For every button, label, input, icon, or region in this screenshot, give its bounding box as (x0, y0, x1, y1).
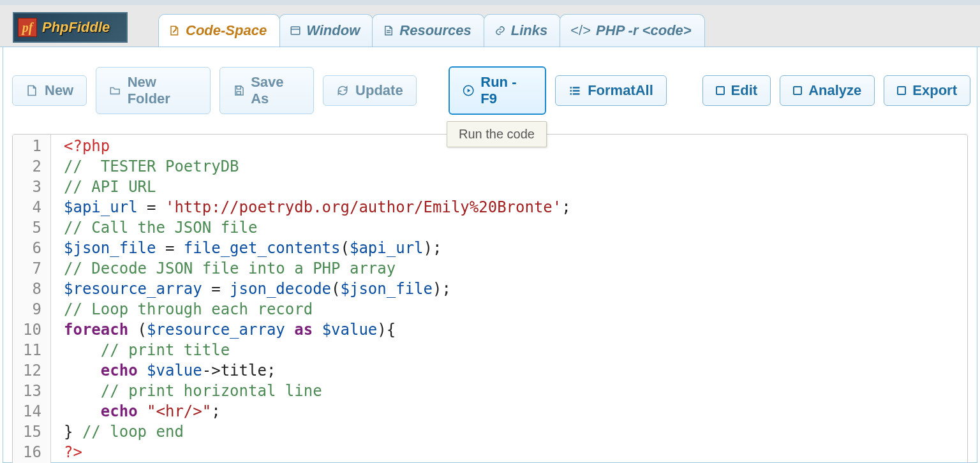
window-icon (290, 25, 301, 36)
svg-rect-11 (573, 90, 580, 92)
logo-text: PhpFiddle (42, 19, 110, 36)
tab-code-space[interactable]: Code-Space (158, 14, 280, 47)
link-icon (494, 25, 506, 36)
svg-rect-13 (573, 93, 580, 95)
folder-icon (109, 84, 121, 97)
button-label: Analyze (808, 82, 861, 99)
square-icon (793, 86, 802, 95)
analyze-button[interactable]: Analyze (780, 75, 875, 106)
button-label: Export (912, 82, 957, 99)
tab-window[interactable]: Window (279, 14, 373, 47)
format-all-button[interactable]: FormatAll (555, 75, 667, 106)
svg-rect-12 (570, 93, 572, 95)
new-button[interactable]: New (12, 75, 87, 106)
tab-resources[interactable]: Resources (372, 14, 485, 47)
export-button[interactable]: Export (884, 75, 970, 106)
button-label: Edit (731, 82, 758, 99)
line-gutter: 12345678910111213141516 (13, 135, 51, 463)
svg-rect-0 (291, 27, 300, 34)
code-content[interactable]: <?php// TESTER PoetryDB// API URL$api_ur… (51, 135, 571, 463)
button-label: Save As (251, 74, 301, 107)
save-as-button[interactable]: Save As (219, 67, 314, 114)
square-icon (897, 86, 906, 95)
tab-php-r[interactable]: </> PHP -r <code> (560, 14, 704, 47)
refresh-icon (336, 84, 349, 97)
button-label: Update (355, 82, 403, 99)
run-button[interactable]: Run - F9 (449, 66, 546, 115)
tab-label: Window (306, 22, 360, 39)
code-editor[interactable]: 12345678910111213141516 <?php// TESTER P… (12, 134, 968, 463)
run-tooltip: Run the code (447, 121, 547, 147)
code-brackets-icon: </> (570, 22, 591, 39)
tabs: Code-Space Window Resources Links </> PH… (158, 5, 704, 47)
button-label: FormatAll (588, 82, 653, 99)
tab-label: Resources (399, 22, 471, 39)
svg-rect-9 (573, 87, 580, 89)
header: pf PhpFiddle Code-Space Window Resources… (0, 5, 980, 47)
file-icon (26, 84, 38, 97)
svg-rect-8 (570, 87, 572, 89)
play-circle-icon (463, 84, 474, 97)
tab-label: Links (511, 22, 547, 39)
logo-badge-icon: pf (18, 18, 37, 37)
edit-button[interactable]: Edit (702, 75, 771, 106)
new-folder-button[interactable]: New Folder (96, 67, 211, 114)
svg-rect-5 (237, 92, 241, 95)
logo[interactable]: pf PhpFiddle (13, 12, 128, 43)
main-area: New New Folder Save As Update Run - F9 F… (3, 47, 977, 463)
file-lines-icon (383, 25, 394, 36)
square-icon (716, 86, 725, 95)
update-button[interactable]: Update (323, 75, 417, 106)
svg-rect-4 (237, 86, 241, 89)
svg-rect-10 (570, 90, 572, 92)
list-icon (568, 84, 581, 97)
button-label: Run - F9 (480, 74, 532, 107)
save-icon (233, 84, 244, 97)
button-label: New (45, 82, 73, 99)
tab-label: PHP -r <code> (596, 22, 692, 39)
svg-marker-7 (468, 89, 471, 92)
tab-label: Code-Space (186, 22, 267, 39)
pencil-file-icon (169, 25, 181, 36)
tab-links[interactable]: Links (484, 14, 561, 47)
button-label: New Folder (128, 74, 197, 107)
